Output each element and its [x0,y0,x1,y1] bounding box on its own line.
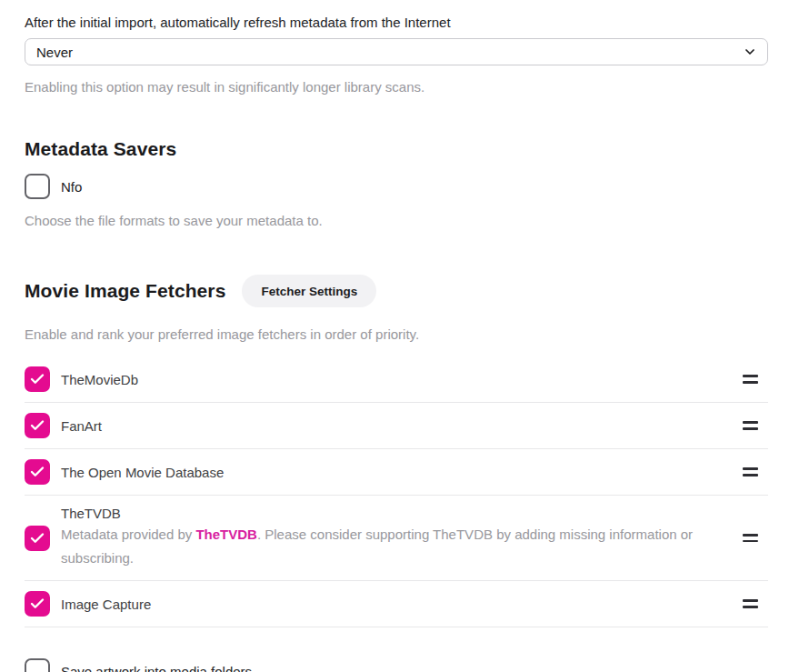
fetcher-checkbox-thetvdb[interactable] [25,526,50,551]
save-artwork-checkbox-row[interactable]: Save artwork into media folders [25,658,768,672]
fetcher-row-omdb: The Open Movie Database [25,449,768,496]
nfo-checkbox-row[interactable]: Nfo [25,174,768,199]
fetcher-checkbox-omdb[interactable] [25,459,50,485]
fetcher-label: Image Capture [61,597,151,612]
refresh-metadata-selected-value: Never [36,45,73,60]
drag-handle-icon[interactable] [743,530,758,546]
fetcher-label: The Open Movie Database [61,465,224,480]
fetcher-description: Metadata provided by TheTVDB. Please con… [61,523,697,570]
check-icon [29,530,45,547]
fetcher-row-fanart: FanArt [25,403,768,449]
check-icon [29,596,45,612]
movie-image-fetchers-help: Enable and rank your preferred image fet… [25,322,768,346]
save-artwork-checkbox[interactable] [25,658,50,672]
check-icon [29,464,45,480]
refresh-metadata-help: Enabling this option may result in signi… [25,75,768,99]
movie-image-fetchers-heading: Movie Image Fetchers [25,280,225,302]
fetcher-row-image-capture: Image Capture [25,581,768,627]
fetcher-row-themoviedb: TheMovieDb [25,356,768,403]
fetcher-checkbox-image-capture[interactable] [25,591,50,617]
metadata-settings-page: After the initial import, automatically … [0,0,799,672]
check-icon [29,371,45,387]
check-icon [29,417,45,434]
metadata-savers-heading: Metadata Savers [25,138,768,160]
drag-handle-icon[interactable] [743,596,758,611]
fetcher-list: TheMovieDb FanArt The Open Movie Databas… [25,356,768,627]
drag-handle-icon[interactable] [743,464,758,479]
save-artwork-label: Save artwork into media folders [61,664,252,672]
fetcher-label: FanArt [61,418,102,434]
movie-image-fetchers-header: Movie Image Fetchers Fetcher Settings [25,275,768,307]
fetcher-label: TheMovieDb [61,372,138,387]
nfo-checkbox[interactable] [25,174,50,199]
fetcher-checkbox-fanart[interactable] [25,413,50,438]
chevron-down-icon [743,45,757,59]
refresh-metadata-label: After the initial import, automatically … [25,15,768,30]
fetcher-row-thetvdb: TheTVDB Metadata provided by TheTVDB. Pl… [25,496,768,581]
thetvdb-link[interactable]: TheTVDB [195,527,257,542]
refresh-metadata-select[interactable]: Never [25,38,768,65]
fetcher-checkbox-themoviedb[interactable] [25,366,50,392]
fetcher-settings-button[interactable]: Fetcher Settings [242,275,376,307]
fetcher-label: TheTVDB [61,506,697,521]
nfo-label: Nfo [61,179,82,195]
drag-handle-icon[interactable] [743,371,758,386]
drag-handle-icon[interactable] [743,417,758,433]
metadata-savers-help: Choose the file formats to save your met… [25,208,768,233]
